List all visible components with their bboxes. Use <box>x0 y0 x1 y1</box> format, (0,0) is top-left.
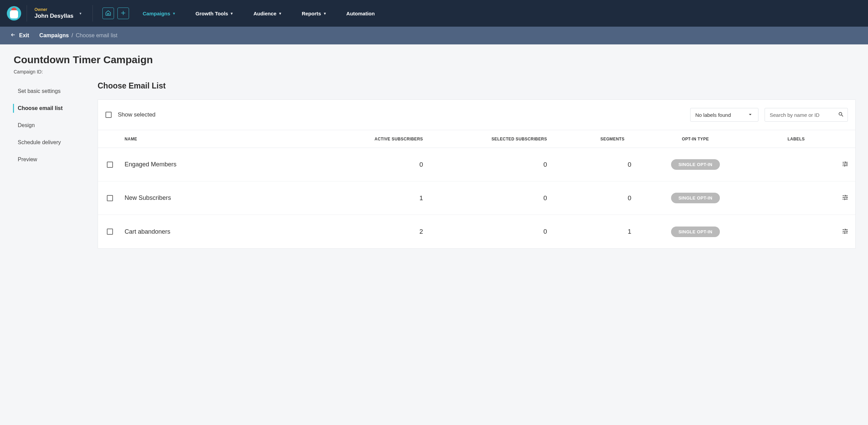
content: Choose Email List Show selected No label… <box>89 81 865 256</box>
step-design[interactable]: Design <box>0 117 89 134</box>
show-selected-label[interactable]: Show selected <box>118 111 156 118</box>
row-segments: 0 <box>556 161 634 168</box>
account-switcher[interactable]: Owner John Desyllas ▾ <box>29 7 90 19</box>
search-box[interactable] <box>765 108 848 122</box>
divider <box>27 5 27 22</box>
step-preview[interactable]: Preview <box>0 151 89 168</box>
tune-icon <box>842 161 849 168</box>
email-list-panel: Show selected No labels found <box>98 99 856 249</box>
nav-label: Campaigns <box>143 11 170 16</box>
breadcrumb: Campaigns / Choose email list <box>39 32 117 39</box>
tune-icon <box>842 228 849 236</box>
breadcrumb-root[interactable]: Campaigns <box>39 32 69 39</box>
step-choose-email-list[interactable]: Choose email list <box>0 100 89 117</box>
divider <box>93 5 93 22</box>
breadcrumb-current: Choose email list <box>76 32 117 39</box>
row-name[interactable]: Cart abandoners <box>122 228 323 235</box>
th-selected: SELECTED SUBSCRIBERS <box>432 137 556 141</box>
table-header: NAME ACTIVE SUBSCRIBERS SELECTED SUBSCRI… <box>98 130 855 148</box>
row-checkbox[interactable] <box>107 162 113 168</box>
th-name: NAME <box>122 137 323 141</box>
brand-logo[interactable] <box>7 6 21 20</box>
account-name: John Desyllas <box>34 13 73 19</box>
th-optin: OPT-IN TYPE <box>634 137 757 141</box>
chevron-down-icon: ▾ <box>173 11 175 16</box>
row-active: 1 <box>323 194 432 202</box>
breadcrumb-bar: Exit Campaigns / Choose email list <box>0 27 868 44</box>
home-button[interactable] <box>102 8 114 19</box>
brand-logo-glyph <box>10 10 18 18</box>
labels-filter-select[interactable]: No labels found <box>690 108 758 122</box>
row-selected: 0 <box>432 194 556 202</box>
optin-pill: SINGLE OPT-IN <box>671 159 720 170</box>
row-settings-button[interactable] <box>835 228 855 236</box>
optin-pill: SINGLE OPT-IN <box>671 227 720 237</box>
nav-automation[interactable]: Automation <box>346 11 375 16</box>
row-selected: 0 <box>432 228 556 235</box>
nav-campaigns[interactable]: Campaigns ▾ <box>143 11 175 16</box>
th-active: ACTIVE SUBSCRIBERS <box>323 137 432 141</box>
show-selected-checkbox[interactable] <box>105 112 112 118</box>
nav-label: Growth Tools <box>196 11 228 16</box>
breadcrumb-sep: / <box>72 32 73 39</box>
step-basic-settings[interactable]: Set basic settings <box>0 83 89 100</box>
campaign-id-label: Campaign ID: <box>14 69 854 74</box>
nav-label: Automation <box>346 11 375 16</box>
step-schedule-delivery[interactable]: Schedule delivery <box>0 134 89 151</box>
top-nav: Campaigns ▾ Growth Tools ▾ Audience ▾ Re… <box>143 11 375 16</box>
plus-icon <box>120 10 126 17</box>
panel-toolbar: Show selected No labels found <box>98 100 855 130</box>
nav-reports[interactable]: Reports ▾ <box>302 11 326 16</box>
chevron-down-icon: ▾ <box>231 11 233 16</box>
row-selected: 0 <box>432 161 556 168</box>
labels-filter-text: No labels found <box>695 112 731 118</box>
row-name[interactable]: Engaged Members <box>122 161 323 168</box>
exit-label: Exit <box>19 32 29 39</box>
search-input[interactable] <box>770 112 835 118</box>
row-active: 0 <box>323 161 432 168</box>
chevron-down-icon <box>747 111 753 119</box>
exit-button[interactable]: Exit <box>10 32 29 39</box>
row-active: 2 <box>323 228 432 235</box>
new-button[interactable] <box>117 8 129 19</box>
step-nav: Set basic settings Choose email list Des… <box>0 81 89 256</box>
table-row: Engaged Members 0 0 0 SINGLE OPT-IN <box>98 148 855 181</box>
optin-pill: SINGLE OPT-IN <box>671 193 720 203</box>
row-settings-button[interactable] <box>835 161 855 168</box>
nav-label: Audience <box>253 11 276 16</box>
account-text: Owner John Desyllas <box>34 7 73 19</box>
th-labels: LABELS <box>757 137 835 141</box>
table-row: New Subscribers 1 0 0 SINGLE OPT-IN <box>98 181 855 215</box>
row-name[interactable]: New Subscribers <box>122 194 323 202</box>
nav-growth-tools[interactable]: Growth Tools ▾ <box>196 11 233 16</box>
chevron-down-icon: ▾ <box>324 11 326 16</box>
chevron-down-icon: ▾ <box>80 11 82 16</box>
home-icon <box>105 10 111 17</box>
row-segments: 1 <box>556 228 634 235</box>
nav-audience[interactable]: Audience ▾ <box>253 11 281 16</box>
table-row: Cart abandoners 2 0 1 SINGLE OPT-IN <box>98 215 855 248</box>
search-icon <box>838 111 844 119</box>
row-checkbox[interactable] <box>107 229 113 235</box>
chevron-down-icon: ▾ <box>279 11 281 16</box>
nav-label: Reports <box>302 11 321 16</box>
tune-icon <box>842 194 849 202</box>
page-title: Countdown Timer Campaign <box>14 54 854 66</box>
section-title: Choose Email List <box>98 81 856 91</box>
main-layout: Set basic settings Choose email list Des… <box>0 77 868 269</box>
page-heading: Countdown Timer Campaign Campaign ID: <box>0 44 868 77</box>
row-segments: 0 <box>556 194 634 202</box>
th-segments: SEGMENTS <box>556 137 634 141</box>
arrow-left-icon <box>10 32 16 39</box>
row-settings-button[interactable] <box>835 194 855 202</box>
topbar: Owner John Desyllas ▾ Campaigns ▾ Growth… <box>0 0 868 27</box>
account-role-label: Owner <box>34 7 73 12</box>
row-checkbox[interactable] <box>107 195 113 201</box>
